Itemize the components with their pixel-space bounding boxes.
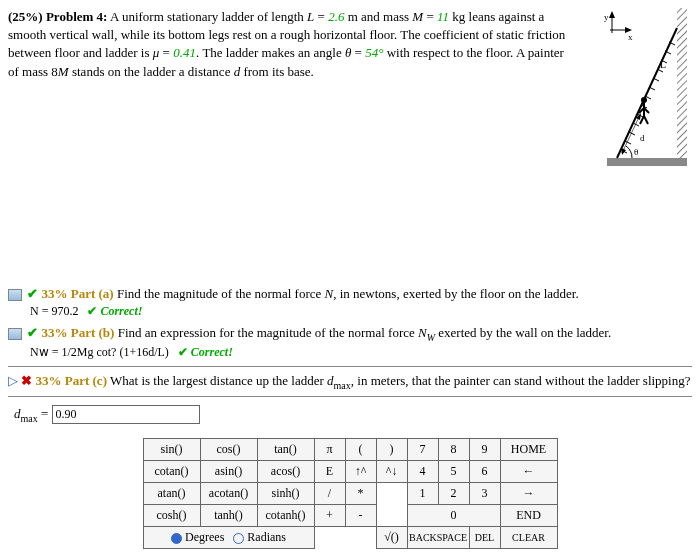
- key-backspace[interactable]: BACKSPACE: [407, 527, 469, 549]
- check-icon: ✔: [87, 304, 97, 318]
- svg-line-5: [625, 141, 631, 144]
- part-a: ✔ 33% Part (a) Find the magnitude of the…: [8, 286, 692, 302]
- key-2[interactable]: 2: [438, 483, 469, 505]
- svg-rect-2: [607, 158, 687, 166]
- svg-point-17: [641, 97, 647, 103]
- key-3[interactable]: 3: [469, 483, 500, 505]
- key-div[interactable]: /: [314, 483, 345, 505]
- key-rparen[interactable]: ): [376, 439, 407, 461]
- svg-line-3: [617, 28, 677, 158]
- part-b: ✔ 33% Part (b) Find an expression for th…: [8, 325, 692, 343]
- key-sup[interactable]: ↑^: [345, 461, 376, 483]
- key-cotanh[interactable]: cotanh(): [257, 505, 314, 527]
- key-lparen[interactable]: (: [345, 439, 376, 461]
- svg-line-22: [644, 116, 648, 124]
- svg-line-21: [640, 116, 644, 124]
- key-sin[interactable]: sin(): [143, 439, 200, 461]
- key-7[interactable]: 7: [407, 439, 438, 461]
- key-4[interactable]: 4: [407, 461, 438, 483]
- key-minus[interactable]: -: [345, 505, 376, 527]
- part-b-answer: Nᴡ = 1/2Mg cot? (1+16d/L): [30, 345, 169, 359]
- key-9[interactable]: 9: [469, 439, 500, 461]
- key-pi[interactable]: π: [314, 439, 345, 461]
- part-icon[interactable]: [8, 289, 22, 301]
- key-E[interactable]: E: [314, 461, 345, 483]
- key-acotan[interactable]: acotan(): [200, 483, 257, 505]
- key-home[interactable]: HOME: [500, 439, 557, 461]
- figure-theta-label: θ: [634, 147, 638, 157]
- correct-label: Correct!: [100, 304, 142, 318]
- key-acos[interactable]: acos(): [257, 461, 314, 483]
- key-plus[interactable]: +: [314, 505, 345, 527]
- part-icon[interactable]: [8, 328, 22, 340]
- key-atan[interactable]: atan(): [143, 483, 200, 505]
- key-mul[interactable]: *: [345, 483, 376, 505]
- check-icon: ✔: [27, 286, 38, 301]
- x-icon: ✖: [21, 373, 32, 388]
- key-1[interactable]: 1: [407, 483, 438, 505]
- key-cos[interactable]: cos(): [200, 439, 257, 461]
- figure-x-label: x: [628, 32, 633, 42]
- key-cosh[interactable]: cosh(): [143, 505, 200, 527]
- radio-radians-icon[interactable]: [233, 533, 244, 544]
- figure-y-label: y: [604, 12, 609, 22]
- ladder-figure: y x L d θ: [582, 8, 692, 172]
- key-tan[interactable]: tan(): [257, 439, 314, 461]
- key-sqrt[interactable]: √(): [376, 527, 407, 549]
- correct-label: Correct!: [191, 345, 233, 359]
- svg-marker-24: [609, 11, 615, 18]
- key-0[interactable]: 0: [407, 505, 500, 527]
- key-sinh[interactable]: sinh(): [257, 483, 314, 505]
- key-8[interactable]: 8: [438, 439, 469, 461]
- key-6[interactable]: 6: [469, 461, 500, 483]
- key-tanh[interactable]: tanh(): [200, 505, 257, 527]
- key-5[interactable]: 5: [438, 461, 469, 483]
- key-clear[interactable]: CLEAR: [500, 527, 557, 549]
- check-icon: ✔: [178, 345, 188, 359]
- keypad: sin() cos() tan() π ( ) 7 8 9 HOME cotan…: [143, 438, 558, 549]
- key-sub[interactable]: ^↓: [376, 461, 407, 483]
- svg-marker-28: [621, 148, 626, 155]
- radio-degrees-icon[interactable]: [171, 533, 182, 544]
- part-c: ▷ ✖ 33% Part (c) What is the largest dis…: [8, 373, 692, 391]
- key-cotan[interactable]: cotan(): [143, 461, 200, 483]
- figure-d-label: d: [640, 133, 645, 143]
- svg-rect-1: [677, 8, 687, 163]
- key-del[interactable]: DEL: [469, 527, 500, 549]
- key-right[interactable]: →: [500, 483, 557, 505]
- check-icon: ✔: [27, 325, 38, 340]
- part-a-answer: N = 970.2: [30, 304, 78, 318]
- key-asin[interactable]: asin(): [200, 461, 257, 483]
- angle-mode[interactable]: Degrees Radians: [143, 527, 314, 549]
- problem-statement: (25%) Problem 4: A uniform stationary la…: [8, 8, 576, 172]
- key-left[interactable]: ←: [500, 461, 557, 483]
- figure-L-label: L: [660, 59, 666, 70]
- dmax-input[interactable]: [52, 405, 200, 424]
- key-end[interactable]: END: [500, 505, 557, 527]
